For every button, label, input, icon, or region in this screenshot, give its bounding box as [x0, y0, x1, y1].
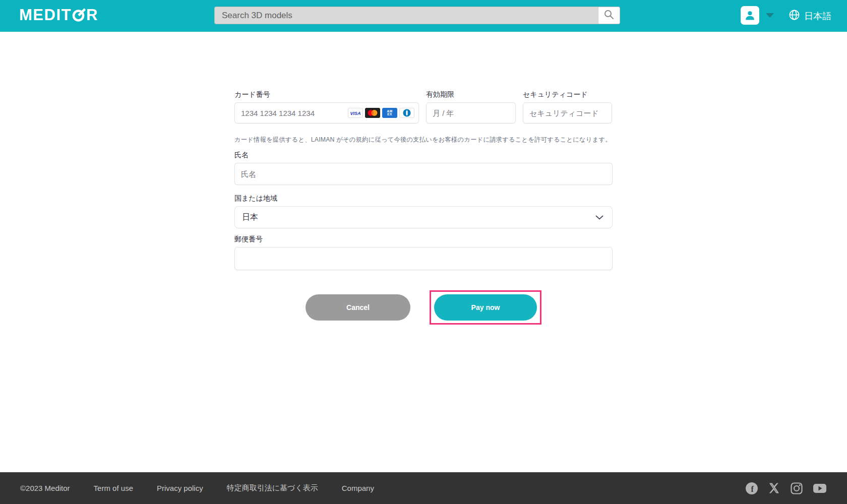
- svg-text:f: f: [751, 485, 754, 493]
- search-button[interactable]: [598, 7, 620, 24]
- mastercard-icon: [365, 108, 380, 118]
- facebook-icon[interactable]: f: [745, 482, 758, 495]
- pay-now-button[interactable]: Pay now: [434, 294, 537, 321]
- meditor-logo[interactable]: MEDIT R: [19, 6, 98, 24]
- svg-text:VISA: VISA: [350, 111, 360, 116]
- footer-link-company[interactable]: Company: [342, 484, 374, 492]
- footer-link-terms[interactable]: Term of use: [94, 484, 133, 492]
- country-label: 国または地域: [234, 194, 613, 203]
- cancel-button[interactable]: Cancel: [306, 294, 410, 321]
- name-label: 氏名: [234, 151, 613, 160]
- security-code-label: セキュリティコード: [523, 90, 612, 99]
- account-menu[interactable]: [741, 6, 774, 25]
- youtube-icon[interactable]: [813, 483, 827, 494]
- footer-link-commercial-law[interactable]: 特定商取引法に基づく表示: [227, 483, 318, 493]
- chevron-down-icon: [766, 13, 774, 18]
- logo-o-icon: [72, 8, 86, 23]
- country-selected-value: 日本: [242, 212, 258, 223]
- card-brand-icons: VISA AM EX: [348, 108, 414, 118]
- pay-now-highlight-box: Pay now: [430, 290, 541, 325]
- language-label: 日本語: [804, 10, 831, 22]
- instagram-icon[interactable]: [790, 482, 803, 495]
- chevron-down-icon: [595, 213, 603, 222]
- logo-text-pre: MEDIT: [19, 6, 72, 24]
- visa-icon: VISA: [348, 108, 363, 118]
- search-bar: [214, 7, 620, 24]
- x-twitter-icon[interactable]: [768, 482, 780, 494]
- security-code-input[interactable]: [523, 102, 612, 123]
- diners-icon: [399, 108, 414, 118]
- globe-icon: [789, 9, 800, 23]
- postal-code-input[interactable]: [234, 247, 613, 270]
- app-header: MEDIT R: [0, 0, 847, 32]
- user-avatar-icon: [741, 6, 759, 25]
- payment-form: カード番号 VISA: [234, 32, 613, 325]
- expiry-input[interactable]: [426, 102, 516, 123]
- amex-icon: AM EX: [382, 108, 397, 118]
- search-icon: [603, 9, 615, 22]
- payment-page: カード番号 VISA: [0, 32, 847, 472]
- copyright-text: ©2023 Meditor: [20, 484, 70, 492]
- expiry-label: 有効期限: [426, 90, 516, 99]
- footer-link-privacy[interactable]: Privacy policy: [157, 484, 203, 492]
- app-footer: ©2023 Meditor Term of use Privacy policy…: [0, 472, 847, 504]
- postal-code-label: 郵便番号: [234, 235, 613, 244]
- country-select[interactable]: 日本: [234, 206, 613, 228]
- name-input[interactable]: [234, 163, 613, 185]
- language-selector[interactable]: 日本語: [789, 0, 831, 32]
- search-input[interactable]: [215, 7, 598, 24]
- card-terms-disclaimer: カード情報を提供すると、LAIMAN がその規約に従って今後の支払いをお客様のカ…: [234, 136, 613, 144]
- logo-text-post: R: [86, 6, 98, 24]
- card-number-label: カード番号: [234, 90, 419, 99]
